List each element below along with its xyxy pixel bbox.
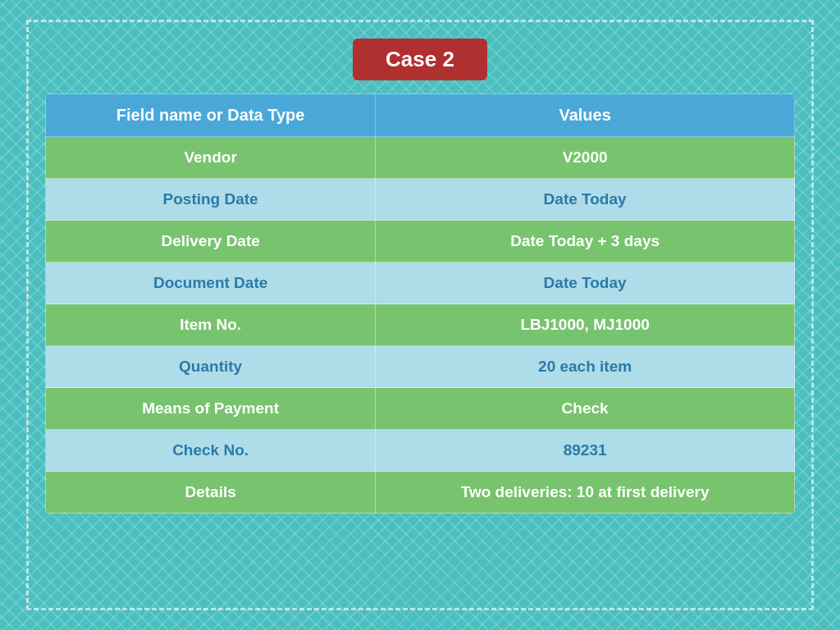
table-cell-value: Check [376, 388, 795, 430]
table-cell-value: Date Today [376, 179, 795, 221]
table-cell-field: Delivery Date [46, 221, 376, 262]
table-row: Delivery DateDate Today + 3 days [46, 221, 795, 262]
table-row: Means of PaymentCheck [46, 388, 795, 430]
table-cell-field: Item No. [46, 304, 376, 346]
table-cell-value: Date Today + 3 days [376, 221, 795, 262]
page-title: Case 2 [353, 39, 487, 80]
column-header-field: Field name or Data Type [46, 94, 376, 137]
table-row: Posting DateDate Today [46, 179, 795, 221]
table-cell-value: LBJ1000, MJ1000 [376, 304, 795, 346]
table-cell-field: Details [46, 472, 376, 514]
table-cell-field: Posting Date [46, 179, 376, 221]
table-cell-field: Quantity [46, 346, 376, 388]
table-cell-value: 89231 [376, 430, 795, 472]
table-row: Document DateDate Today [46, 262, 795, 304]
table-cell-value: V2000 [376, 137, 795, 179]
table-cell-field: Vendor [46, 137, 376, 179]
data-table: Field name or Data Type Values VendorV20… [45, 94, 795, 514]
table-cell-value: Date Today [376, 262, 795, 304]
table-row: Check No.89231 [46, 430, 795, 472]
outer-border: Case 2 Field name or Data Type Values Ve… [26, 20, 814, 610]
table-cell-field: Means of Payment [46, 388, 376, 430]
column-header-value: Values [376, 94, 795, 137]
table-cell-value: 20 each item [376, 346, 795, 388]
table-row: DetailsTwo deliveries: 10 at first deliv… [46, 472, 795, 514]
table-cell-value: Two deliveries: 10 at first delivery [376, 472, 795, 514]
table-cell-field: Document Date [46, 262, 376, 304]
table-row: Item No.LBJ1000, MJ1000 [46, 304, 795, 346]
table-row: Quantity20 each item [46, 346, 795, 388]
table-header-row: Field name or Data Type Values [46, 94, 795, 137]
table-cell-field: Check No. [46, 430, 376, 472]
table-row: VendorV2000 [46, 137, 795, 179]
